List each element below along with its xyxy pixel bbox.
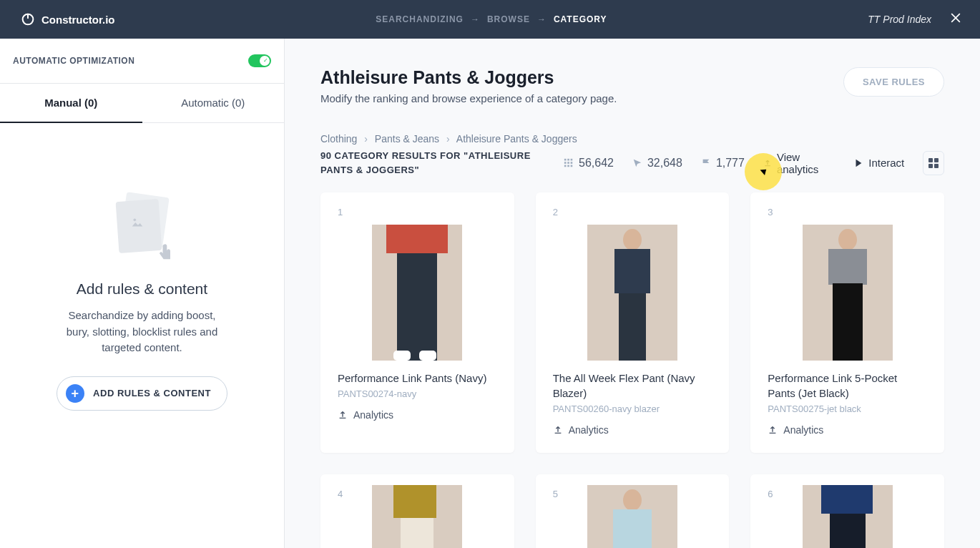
grid-icon — [564, 158, 574, 168]
svg-rect-8 — [564, 165, 567, 167]
product-analytics-link[interactable]: Analytics — [768, 424, 927, 436]
svg-rect-12 — [934, 158, 939, 162]
chevron-right-icon: › — [364, 133, 368, 145]
view-analytics-label: View analytics — [777, 151, 835, 175]
stat-clicks: 32,648 — [632, 157, 682, 170]
cursor-icon — [632, 158, 642, 168]
auto-optimization-label: AUTOMATIC OPTIMIZATION — [13, 56, 134, 66]
crumb-pants-jeans[interactable]: Pants & Jeans — [375, 133, 439, 145]
page-title: Athleisure Pants & Joggers — [320, 67, 617, 88]
upload-icon — [768, 425, 778, 435]
arrow-right-icon: → — [471, 14, 480, 24]
plus-icon: + — [66, 384, 84, 403]
interact-link[interactable]: Interact — [853, 157, 904, 169]
crumb-searchandizing[interactable]: SEARCHANDIZING — [376, 14, 464, 24]
save-rules-button[interactable]: SAVE RULES — [843, 67, 944, 97]
play-icon — [853, 158, 863, 168]
crumb-category: CATEGORY — [554, 14, 607, 24]
product-image — [553, 225, 712, 361]
stat-clicks-value: 32,648 — [647, 157, 682, 170]
page-header: Athleisure Pants & Joggers Modify the ra… — [320, 67, 944, 104]
index-name[interactable]: TT Prod Index — [868, 14, 931, 25]
svg-rect-5 — [564, 162, 567, 164]
add-rules-button[interactable]: + ADD RULES & CONTENT — [57, 376, 227, 411]
main-content: Athleisure Pants & Joggers Modify the ra… — [285, 39, 980, 548]
crumb-clothing[interactable]: Clothing — [320, 133, 357, 145]
svg-rect-9 — [567, 165, 569, 167]
tab-manual[interactable]: Manual (0) — [0, 84, 142, 123]
sidebar: AUTOMATIC OPTIMIZATION ✓ Manual (0) Auto… — [0, 39, 285, 548]
close-button[interactable] — [944, 6, 967, 32]
svg-rect-2 — [564, 158, 567, 160]
product-title: Performance Link Pants (Navy) — [338, 371, 497, 386]
logo-icon — [20, 11, 36, 27]
svg-rect-4 — [571, 158, 573, 160]
product-card[interactable]: 5 — [536, 474, 730, 548]
stat-carts: 1,777 — [701, 157, 745, 170]
crumb-browse[interactable]: BROWSE — [487, 14, 530, 24]
product-image — [338, 507, 497, 548]
flag-icon — [701, 158, 711, 168]
empty-title: Add rules & content — [77, 280, 207, 298]
stat-views-value: 56,642 — [579, 157, 614, 170]
category-breadcrumb: Clothing › Pants & Jeans › Athleisure Pa… — [320, 133, 944, 145]
product-sku: PANTS00275-jet black — [768, 403, 927, 414]
empty-state: Add rules & content Searchandize by addi… — [0, 123, 284, 548]
tab-automatic[interactable]: Automatic (0) — [142, 84, 285, 123]
product-grid: 1 Performance Link Pants (Navy) PANTS002… — [320, 192, 944, 548]
product-card[interactable]: 1 Performance Link Pants (Navy) PANTS002… — [320, 192, 514, 453]
crumb-athleisure[interactable]: Athleisure Pants & Joggers — [456, 133, 577, 145]
product-title: The All Week Flex Pant (Navy Blazer) — [553, 371, 712, 401]
product-sku: PANTS00260-navy blazer — [553, 403, 712, 414]
hand-icon — [153, 243, 177, 263]
view-analytics-link[interactable]: View analytics — [763, 151, 835, 175]
empty-illustration — [110, 195, 175, 259]
svg-rect-7 — [571, 162, 573, 164]
brand-logo[interactable]: Constructor.io — [20, 11, 115, 27]
stat-carts-value: 1,777 — [716, 157, 745, 170]
results-count-label: 90 CATEGORY RESULTS FOR "ATHLEISURE PANT… — [320, 149, 564, 177]
product-image — [338, 225, 497, 361]
upload-icon — [553, 425, 563, 435]
svg-rect-10 — [571, 165, 573, 167]
svg-rect-11 — [928, 158, 933, 162]
image-icon — [127, 215, 147, 230]
upload-icon — [338, 410, 348, 420]
topbar: Constructor.io SEARCHANDIZING → BROWSE →… — [0, 0, 980, 39]
product-analytics-link[interactable]: Analytics — [338, 409, 497, 421]
empty-description: Searchandize by adding boost, bury, slot… — [57, 308, 228, 356]
upload-icon — [763, 158, 772, 168]
stats-bar: 56,642 32,648 1,777 View analytics Inter… — [564, 151, 944, 175]
product-image — [768, 225, 927, 361]
sidebar-tabs: Manual (0) Automatic (0) — [0, 84, 284, 123]
product-title: Performance Link 5-Pocket Pants (Jet Bla… — [768, 371, 927, 401]
product-card[interactable]: 2 The All Week Flex Pant (Navy Blazer) P… — [536, 192, 730, 453]
auto-optimization-row: AUTOMATIC OPTIMIZATION ✓ — [0, 39, 284, 84]
interact-label: Interact — [868, 157, 904, 169]
svg-rect-3 — [567, 158, 569, 160]
chevron-right-icon: › — [446, 133, 450, 145]
product-rank: 2 — [553, 207, 712, 217]
product-card[interactable]: 4 — [320, 474, 514, 548]
arrow-right-icon: → — [537, 14, 547, 24]
product-rank: 3 — [768, 207, 927, 217]
product-image — [553, 507, 712, 548]
product-card[interactable]: 3 Performance Link 5-Pocket Pants (Jet B… — [750, 192, 944, 453]
grid-view-icon — [928, 157, 939, 169]
svg-point-1 — [133, 219, 136, 222]
product-card[interactable]: 6 — [750, 474, 944, 548]
product-image — [768, 507, 927, 548]
svg-rect-6 — [567, 162, 569, 164]
add-rules-label: ADD RULES & CONTENT — [93, 388, 211, 398]
auto-optimization-toggle[interactable]: ✓ — [248, 54, 271, 67]
svg-rect-13 — [928, 164, 933, 168]
close-icon — [949, 11, 963, 25]
svg-rect-14 — [934, 164, 939, 168]
product-analytics-link[interactable]: Analytics — [553, 424, 712, 436]
brand-name: Constructor.io — [41, 14, 115, 26]
page-subtitle: Modify the ranking and browse experience… — [320, 92, 617, 104]
results-row: 90 CATEGORY RESULTS FOR "ATHLEISURE PANT… — [320, 149, 944, 177]
product-sku: PANTS00274-navy — [338, 388, 497, 399]
grid-view-toggle[interactable] — [923, 151, 944, 175]
product-rank: 1 — [338, 207, 497, 217]
